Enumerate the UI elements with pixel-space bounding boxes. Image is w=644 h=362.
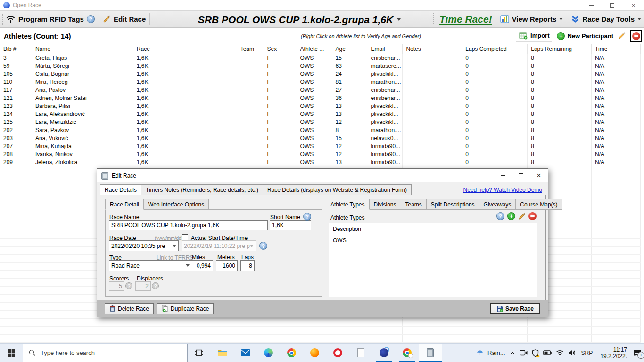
cell-age[interactable]: 15 <box>332 134 368 142</box>
cell-athlete_type[interactable]: OWS <box>297 134 332 142</box>
cell-age[interactable]: 13 <box>332 110 368 118</box>
cell-team[interactable] <box>237 78 264 86</box>
column-header[interactable]: Notes <box>403 44 462 54</box>
table-row[interactable]: 121Adrien, Molnar Satai1,6KFOWS36enisbeh… <box>0 94 641 102</box>
cell-laps_completed[interactable]: 0 <box>462 110 528 118</box>
cell-athlete_type[interactable]: OWS <box>297 62 332 70</box>
program-rfid-tags-button[interactable]: Program RFID Tags <box>6 15 84 23</box>
athlete-types-help-icon[interactable]: ? <box>496 212 504 220</box>
cell-bib[interactable]: 59 <box>0 62 32 70</box>
tab-web-interface-options[interactable]: Web Interface Options <box>143 199 209 210</box>
cell-bib[interactable]: 117 <box>0 86 32 94</box>
cell-race[interactable]: 1,6K <box>133 126 237 134</box>
cell-laps_remaining[interactable]: 8 <box>528 126 592 134</box>
tab-giveaways[interactable]: Giveaways <box>479 199 516 210</box>
cell-athlete_type[interactable]: OWS <box>297 70 332 78</box>
cell-time[interactable]: N/A <box>592 142 641 150</box>
cell-name[interactable]: Sara, Pavkov <box>32 126 133 134</box>
cell-age[interactable]: 27 <box>332 86 368 94</box>
cell-name[interactable]: Csila, Bognar <box>32 70 133 78</box>
duplicate-race-button[interactable]: Duplicate Race <box>157 303 214 314</box>
cell-notes[interactable] <box>403 78 462 86</box>
cell-age[interactable]: 36 <box>332 94 368 102</box>
cell-email[interactable]: martasere... <box>367 62 403 70</box>
tab-race-details-website[interactable]: Race Details (displays on Website & Regi… <box>263 184 412 195</box>
cell-team[interactable] <box>237 134 264 142</box>
table-row[interactable]: 3Greta, Hajas1,6KFOWS15enisbehar...08N/A <box>0 54 641 62</box>
cell-laps_completed[interactable]: 0 <box>462 94 528 102</box>
edit-athlete-type-pencil-icon[interactable] <box>518 213 526 220</box>
cell-age[interactable]: 8 <box>332 126 368 134</box>
hidden-icons-chevron[interactable] <box>510 351 515 355</box>
tray-app-label[interactable]: Rain... <box>487 349 505 356</box>
tab-teams[interactable]: Teams <box>401 199 427 210</box>
tab-race-details[interactable]: Race Details <box>100 184 141 195</box>
cell-laps_remaining[interactable]: 8 <box>528 54 592 62</box>
cell-time[interactable]: N/A <box>592 94 641 102</box>
cell-age[interactable]: 12 <box>332 142 368 150</box>
cell-team[interactable] <box>237 94 264 102</box>
cell-time[interactable]: N/A <box>592 158 641 166</box>
cell-bib[interactable]: 203 <box>0 134 32 142</box>
table-row[interactable]: 208Ivanka, Ninkov1,6KFOWS12lormida90...0… <box>0 150 641 158</box>
start-button[interactable] <box>0 344 23 362</box>
cell-team[interactable] <box>237 70 264 78</box>
cell-team[interactable] <box>237 158 264 166</box>
cell-laps_remaining[interactable]: 8 <box>528 102 592 110</box>
table-row[interactable]: 110Mira, Herceg1,6KFOWS81marathon....08N… <box>0 78 641 86</box>
cell-notes[interactable] <box>403 54 462 62</box>
cell-athlete_type[interactable]: OWS <box>297 54 332 62</box>
cell-race[interactable]: 1,6K <box>133 70 237 78</box>
taskbar-clock[interactable]: 11:17 19.2.2022. <box>600 346 627 360</box>
table-row[interactable]: 207Mina, Kuhajda1,6KFOWS12lormida90...08… <box>0 142 641 150</box>
cell-notes[interactable] <box>403 70 462 78</box>
action-center-icon[interactable]: 1 <box>633 349 641 357</box>
cell-race[interactable]: 1,6K <box>133 158 237 166</box>
cell-athlete_type[interactable]: OWS <box>297 118 332 126</box>
opera-icon[interactable] <box>326 344 349 362</box>
cell-name[interactable]: Lara, Menzildzic <box>32 118 133 126</box>
firefox-icon[interactable] <box>303 344 326 362</box>
cell-laps_completed[interactable]: 0 <box>462 78 528 86</box>
column-header[interactable]: Time <box>592 44 641 54</box>
tab-race-detail[interactable]: Race Detail <box>105 199 144 210</box>
cell-team[interactable] <box>237 150 264 158</box>
cell-notes[interactable] <box>403 142 462 150</box>
cell-laps_completed[interactable]: 0 <box>462 150 528 158</box>
dialog-maximize-button[interactable] <box>512 169 530 182</box>
cell-notes[interactable] <box>403 134 462 142</box>
cell-athlete_type[interactable]: OWS <box>297 158 332 166</box>
column-header[interactable]: Athlete ... <box>297 44 332 54</box>
cell-email[interactable]: plivackikl... <box>367 102 403 110</box>
cell-team[interactable] <box>237 62 264 70</box>
cell-notes[interactable] <box>403 62 462 70</box>
wifi-icon[interactable] <box>556 350 564 356</box>
taskbar-search[interactable]: Type here to search <box>23 344 188 362</box>
tab-course-maps[interactable]: Course Map(s) <box>515 199 562 210</box>
tab-split-descriptions[interactable]: Split Descriptions <box>426 199 479 210</box>
battery-charging-icon[interactable] <box>543 350 552 355</box>
table-row[interactable]: 202Sara, Pavkov1,6KFOWS8marathon....08N/… <box>0 126 641 134</box>
cell-race[interactable]: 1,6K <box>133 62 237 70</box>
cell-name[interactable]: Márta, Sőregi <box>32 62 133 70</box>
column-header[interactable]: Laps Remaining <box>528 44 592 54</box>
cell-bib[interactable]: 124 <box>0 110 32 118</box>
cell-age[interactable]: 13 <box>332 102 368 110</box>
cell-email[interactable]: enisbehar... <box>367 86 403 94</box>
meet-now-camera-icon[interactable] <box>520 350 528 356</box>
tab-timers-notes[interactable]: Timers Notes (Reminders, Race details, e… <box>141 184 263 195</box>
cell-sex[interactable]: F <box>264 126 297 134</box>
edit-race-button[interactable]: Edit Race <box>103 15 146 23</box>
cell-bib[interactable]: 123 <box>0 102 32 110</box>
file-explorer-icon[interactable] <box>211 344 234 362</box>
cell-name[interactable]: Lara, Aleksandrović <box>32 110 133 118</box>
cell-laps_remaining[interactable]: 8 <box>528 78 592 86</box>
cell-notes[interactable] <box>403 110 462 118</box>
need-help-link[interactable]: Need help? Watch Video Demo <box>463 187 542 193</box>
cell-laps_completed[interactable]: 0 <box>462 62 528 70</box>
cell-name[interactable]: Jelena, Zlokolica <box>32 158 133 166</box>
cell-race[interactable]: 1,6K <box>133 102 237 110</box>
cell-bib[interactable]: 121 <box>0 94 32 102</box>
cell-sex[interactable]: F <box>264 62 297 70</box>
table-row[interactable]: 125Lara, Menzildzic1,6KFOWS12plivackikl.… <box>0 118 641 126</box>
